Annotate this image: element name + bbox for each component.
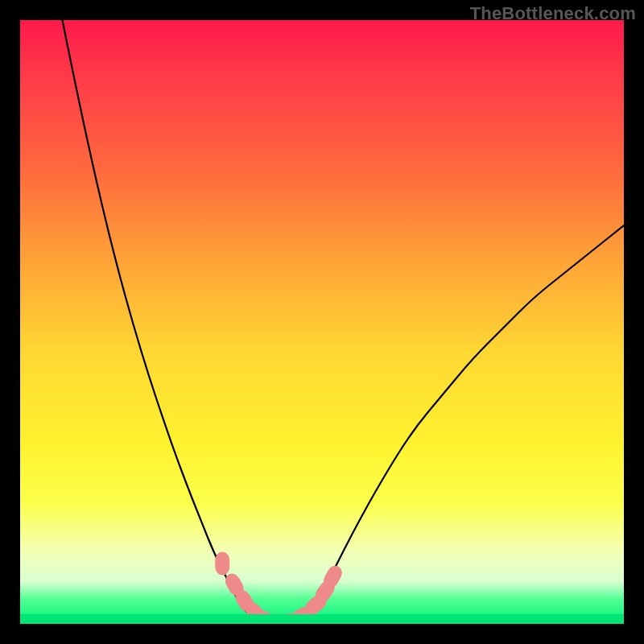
- bottleneck-curve: [63, 20, 625, 622]
- marker-group: [216, 552, 345, 624]
- plot-area: [20, 20, 624, 624]
- optimal-zone-band: [20, 614, 624, 624]
- highlight-marker: [216, 552, 229, 575]
- curve-svg: [20, 20, 624, 624]
- chart-stage: TheBottleneck.com: [0, 0, 644, 644]
